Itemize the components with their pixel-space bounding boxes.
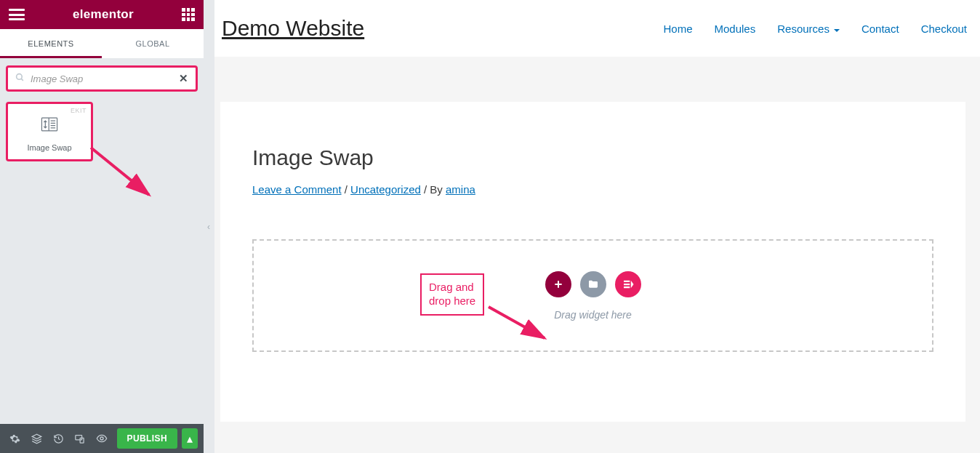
nav-contact[interactable]: Contact (861, 23, 899, 35)
add-section-button[interactable] (545, 271, 571, 297)
elementor-sidebar: elementor ELEMENTS GLOBAL ✕ EKIT (0, 0, 204, 453)
site-title[interactable]: Demo Website (222, 16, 364, 41)
meta-author[interactable]: amina (446, 183, 475, 196)
responsive-icon[interactable] (71, 428, 89, 449)
nav-checkout[interactable]: Checkout (921, 23, 967, 35)
widget-list: EKIT Image Swap (0, 96, 204, 167)
page-meta: Leave a Comment / Uncategorized / By ami… (252, 183, 933, 196)
publish-button[interactable]: PUBLISH (117, 428, 177, 449)
clear-search-icon[interactable]: ✕ (179, 72, 188, 85)
sidebar-header: elementor (0, 0, 204, 29)
page-content: Image Swap Leave a Comment / Uncategoriz… (220, 102, 965, 422)
preview-canvas: Demo Website Home Modules Resources Cont… (214, 0, 980, 453)
page-title: Image Swap (252, 145, 933, 170)
preview-icon[interactable] (92, 428, 111, 449)
ekit-library-button[interactable] (615, 271, 641, 297)
dropzone-hint: Drag widget here (554, 309, 632, 321)
annotation-drop-here: Drag and drop here (420, 273, 484, 316)
tab-elements[interactable]: ELEMENTS (0, 29, 102, 58)
search-icon (15, 73, 25, 84)
widget-image-swap[interactable]: EKIT Image Swap (6, 102, 93, 161)
svg-rect-2 (41, 118, 57, 131)
nav-resources[interactable]: Resources (777, 23, 840, 35)
history-icon[interactable] (49, 428, 68, 449)
search-input[interactable] (31, 73, 173, 84)
widget-badge: EKIT (71, 107, 87, 114)
svg-point-10 (100, 437, 103, 440)
dropzone-buttons (545, 271, 641, 297)
search-box[interactable]: ✕ (6, 65, 198, 92)
meta-comment[interactable]: Leave a Comment (252, 183, 342, 196)
settings-icon[interactable] (6, 428, 25, 449)
site-header: Demo Website Home Modules Resources Cont… (214, 0, 980, 57)
site-nav: Home Modules Resources Contact Checkout (664, 23, 968, 35)
search-wrap: ✕ (0, 58, 204, 96)
widget-label: Image Swap (14, 143, 85, 152)
nav-modules[interactable]: Modules (715, 23, 756, 35)
svg-line-1 (21, 79, 23, 81)
menu-icon[interactable] (9, 9, 25, 20)
meta-category[interactable]: Uncategorized (350, 183, 421, 196)
sidebar-tabs: ELEMENTS GLOBAL (0, 29, 204, 58)
navigator-icon[interactable] (28, 428, 47, 449)
tab-global[interactable]: GLOBAL (102, 29, 204, 58)
svg-point-0 (17, 74, 23, 80)
template-library-button[interactable] (580, 271, 606, 297)
apps-grid-icon[interactable] (182, 8, 195, 21)
bottom-bar: PUBLISH ▴ (0, 424, 204, 453)
nav-home[interactable]: Home (664, 23, 693, 35)
dropzone[interactable]: Drag widget here (252, 239, 933, 352)
publish-options-icon[interactable]: ▴ (182, 428, 198, 449)
image-swap-icon (39, 114, 60, 135)
collapse-sidebar-icon[interactable]: ‹ (204, 212, 214, 241)
brand-label: elementor (73, 7, 134, 22)
